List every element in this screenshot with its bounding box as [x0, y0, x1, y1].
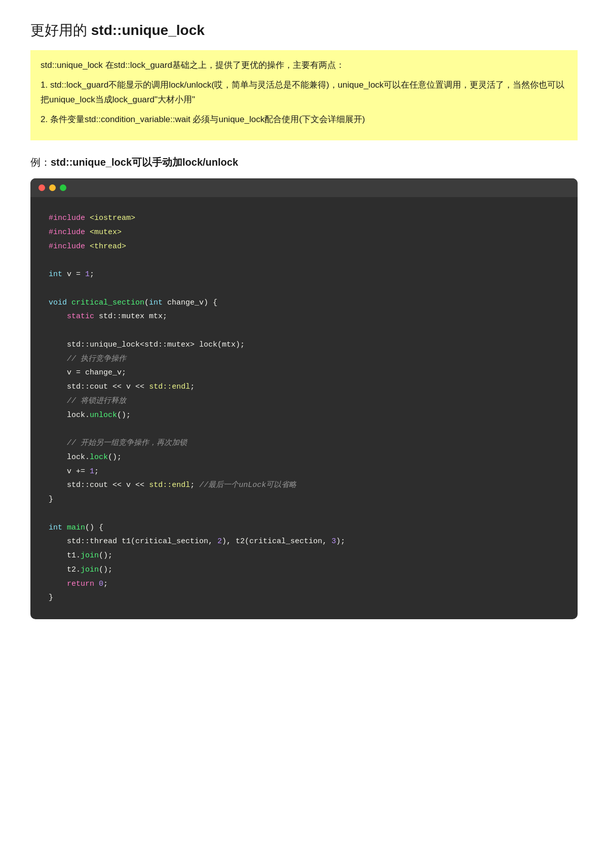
dot-red	[39, 184, 45, 191]
code-line-empty	[49, 253, 559, 268]
code-line: static std::mutex mtx;	[49, 310, 559, 324]
code-line: int main() {	[49, 521, 559, 535]
code-line: // 开始另一组竞争操作，再次加锁	[49, 436, 559, 450]
code-body: #include <iostream> #include <mutex> #in…	[30, 197, 578, 619]
highlight-point-2: 2. 条件变量std::condition_variable::wait 必须与…	[41, 112, 567, 127]
code-line: v += 1;	[49, 465, 559, 479]
code-line: }	[49, 591, 559, 605]
code-line: t2.join();	[49, 563, 559, 577]
code-line: void critical_section(int change_v) {	[49, 296, 559, 310]
code-line: }	[49, 493, 559, 507]
code-line: lock.lock();	[49, 450, 559, 465]
dot-green	[60, 184, 66, 191]
code-line: return 0;	[49, 577, 559, 591]
code-line: t1.join();	[49, 549, 559, 563]
code-line: #include <mutex>	[49, 225, 559, 240]
highlight-intro: std::unique_lock 在std::lock_guard基础之上，提供…	[41, 58, 567, 72]
code-line: // 将锁进行释放	[49, 394, 559, 408]
code-line: lock.unlock();	[49, 408, 559, 423]
code-line: std::cout << v << std::endl;	[49, 380, 559, 394]
highlight-list: 1. std::lock_guard不能显示的调用lock/unlock(哎，简…	[41, 78, 567, 127]
code-line-empty	[49, 422, 559, 436]
highlight-block: std::unique_lock 在std::lock_guard基础之上，提供…	[30, 50, 578, 140]
code-titlebar	[30, 178, 578, 197]
code-line: int v = 1;	[49, 268, 559, 282]
code-line: // 执行竞争操作	[49, 352, 559, 366]
example-title: 例：std::unique_lock可以手动加lock/unlock	[30, 156, 578, 169]
code-line: std::thread t1(critical_section, 2), t2(…	[49, 535, 559, 549]
code-line: std::unique_lock<std::mutex> lock(mtx);	[49, 338, 559, 352]
code-line: std::cout << v << std::endl; //最后一个unLoc…	[49, 478, 559, 493]
highlight-point-1: 1. std::lock_guard不能显示的调用lock/unlock(哎，简…	[41, 78, 567, 107]
code-line: #include <thread>	[49, 240, 559, 254]
code-line: #include <iostream>	[49, 211, 559, 225]
dot-yellow	[49, 184, 56, 191]
code-line-empty	[49, 282, 559, 296]
page-title: 更好用的 std::unique_lock	[30, 20, 578, 40]
code-line-empty	[49, 324, 559, 338]
code-line: v = change_v;	[49, 366, 559, 380]
code-line-empty	[49, 507, 559, 521]
code-window: #include <iostream> #include <mutex> #in…	[30, 178, 578, 619]
